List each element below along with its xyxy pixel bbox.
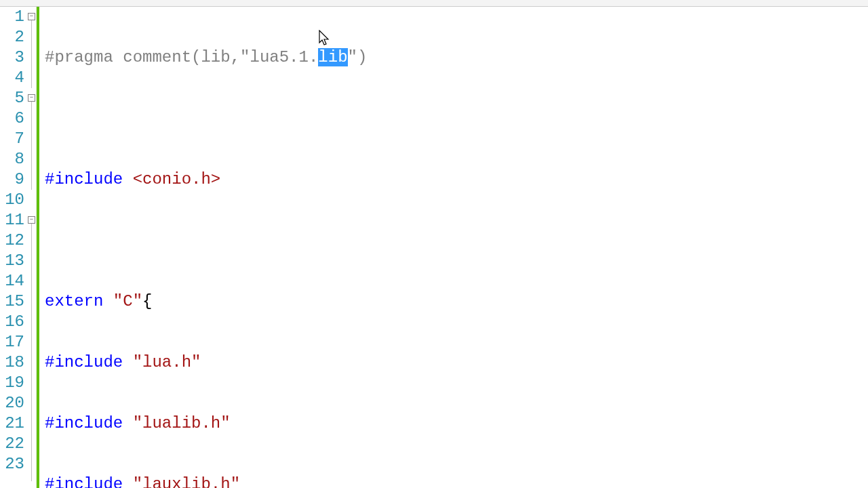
- line-number-gutter: 1 2 3 4 5 6 7 8 9 10 11 12 13 14 15 16 1…: [0, 7, 27, 488]
- code-line[interactable]: [45, 108, 868, 129]
- line-number: 11: [0, 210, 24, 230]
- line-number: 1: [0, 7, 24, 27]
- line-number: 2: [0, 27, 24, 47]
- line-number: 7: [0, 129, 24, 149]
- quote: ": [348, 48, 357, 66]
- code-line[interactable]: #pragma comment(lib,"lua5.1.lib"): [45, 47, 868, 68]
- fold-guide: [31, 20, 32, 88]
- line-number: 23: [0, 454, 24, 474]
- code-area[interactable]: #pragma comment(lib,"lua5.1.lib") #inclu…: [39, 7, 868, 488]
- line-number: 17: [0, 332, 24, 352]
- fold-column: − − −: [27, 7, 37, 488]
- fold-toggle-icon[interactable]: −: [28, 94, 35, 102]
- header: "lauxlib.h": [133, 475, 240, 488]
- breadcrumb-bar: [0, 0, 868, 7]
- fold-toggle-icon[interactable]: −: [28, 13, 35, 20]
- line-number: 8: [0, 149, 24, 169]
- quote: ": [240, 48, 250, 66]
- line-number: 9: [0, 169, 24, 190]
- keyword: extern: [45, 292, 103, 310]
- line-number: 18: [0, 352, 24, 373]
- header: <conio.h>: [133, 170, 221, 188]
- code-line[interactable]: [45, 230, 868, 251]
- string: lua5.1.: [250, 48, 319, 66]
- text-selection[interactable]: lib: [318, 48, 347, 66]
- line-number: 16: [0, 312, 24, 332]
- line-number: 21: [0, 413, 24, 434]
- fold-guide: [31, 224, 32, 481]
- preproc: #include: [45, 353, 123, 371]
- code-line[interactable]: #include "lualib.h": [45, 413, 868, 434]
- code-line[interactable]: extern "C"{: [45, 291, 868, 312]
- brace: {: [142, 292, 152, 310]
- header: "lua.h": [133, 353, 201, 371]
- ident: lib: [201, 48, 230, 66]
- code-line[interactable]: #include "lua.h": [45, 352, 868, 373]
- code-editor[interactable]: 1 2 3 4 5 6 7 8 9 10 11 12 13 14 15 16 1…: [0, 7, 868, 488]
- preproc: #include: [45, 414, 123, 432]
- fold-guide: [31, 102, 32, 190]
- preproc: #include: [45, 475, 123, 488]
- paren: (: [191, 48, 201, 66]
- line-number: 5: [0, 88, 24, 108]
- paren: ): [357, 48, 367, 66]
- line-number: 14: [0, 271, 24, 291]
- code-line[interactable]: #include <conio.h>: [45, 169, 868, 190]
- line-number: 15: [0, 291, 24, 312]
- string: "C": [113, 292, 142, 310]
- line-number: 19: [0, 373, 24, 393]
- line-number: 13: [0, 251, 24, 271]
- line-number: 20: [0, 393, 24, 413]
- comma: ,: [231, 48, 240, 66]
- line-number: 3: [0, 47, 24, 68]
- preproc: #pragma: [45, 48, 113, 66]
- fold-toggle-icon[interactable]: −: [28, 216, 35, 224]
- line-number: 4: [0, 68, 24, 88]
- line-number: 22: [0, 434, 24, 454]
- preproc: comment: [123, 48, 191, 66]
- preproc: #include: [45, 170, 123, 188]
- line-number: 10: [0, 190, 24, 210]
- line-number: 6: [0, 108, 24, 129]
- code-line[interactable]: #include "lauxlib.h": [45, 474, 868, 488]
- header: "lualib.h": [133, 414, 231, 432]
- line-number: 12: [0, 230, 24, 251]
